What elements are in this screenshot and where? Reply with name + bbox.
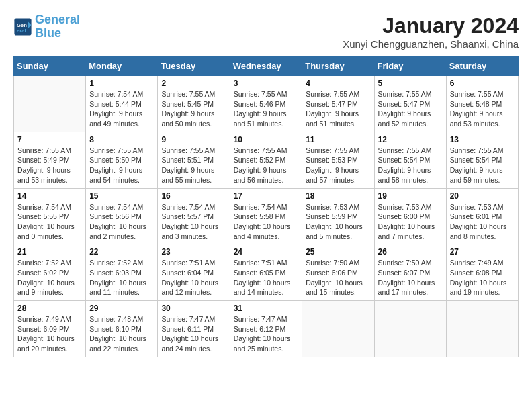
day-number: 17 xyxy=(234,191,299,201)
day-number: 10 xyxy=(234,135,299,144)
day-number: 23 xyxy=(161,247,226,257)
day-info: Sunrise: 7:55 AMSunset: 5:45 PMDaylight:… xyxy=(161,89,226,129)
day-number: 13 xyxy=(450,135,515,144)
day-number: 2 xyxy=(161,79,226,88)
calendar-cell: 13Sunrise: 7:55 AMSunset: 5:54 PMDayligh… xyxy=(446,132,518,188)
title-block: January 2024 Xunyi Chengguanzhen, Shaanx… xyxy=(343,13,519,50)
day-number: 22 xyxy=(89,247,154,257)
day-info: Sunrise: 7:55 AMSunset: 5:48 PMDaylight:… xyxy=(450,89,515,129)
calendar-week-row: 28Sunrise: 7:49 AMSunset: 6:09 PMDayligh… xyxy=(14,301,519,357)
day-info: Sunrise: 7:51 AMSunset: 6:05 PMDaylight:… xyxy=(234,258,299,298)
subtitle: Xunyi Chengguanzhen, Shaanxi, China xyxy=(343,38,519,50)
logo-text: General Blue xyxy=(35,13,80,40)
calendar-cell xyxy=(446,301,518,357)
day-info: Sunrise: 7:53 AMSunset: 6:01 PMDaylight:… xyxy=(450,202,515,242)
weekday-header: Friday xyxy=(374,57,446,76)
page-header: Gen eral General Blue January 2024 Xunyi… xyxy=(13,13,519,50)
day-number: 5 xyxy=(378,79,443,88)
calendar-cell: 5Sunrise: 7:55 AMSunset: 5:47 PMDaylight… xyxy=(374,76,446,132)
day-info: Sunrise: 7:53 AMSunset: 6:00 PMDaylight:… xyxy=(378,202,443,242)
day-number: 8 xyxy=(89,135,154,144)
calendar-cell: 26Sunrise: 7:50 AMSunset: 6:07 PMDayligh… xyxy=(374,244,446,301)
logo-line1: General xyxy=(35,13,80,26)
calendar-cell: 23Sunrise: 7:51 AMSunset: 6:04 PMDayligh… xyxy=(158,244,230,301)
day-number: 20 xyxy=(450,191,515,201)
calendar-cell: 24Sunrise: 7:51 AMSunset: 6:05 PMDayligh… xyxy=(230,244,302,301)
calendar-cell: 12Sunrise: 7:55 AMSunset: 5:54 PMDayligh… xyxy=(374,132,446,188)
day-info: Sunrise: 7:54 AMSunset: 5:55 PMDaylight:… xyxy=(17,202,82,242)
day-number: 3 xyxy=(234,79,299,88)
calendar-cell: 11Sunrise: 7:55 AMSunset: 5:53 PMDayligh… xyxy=(302,132,374,188)
day-info: Sunrise: 7:55 AMSunset: 5:51 PMDaylight:… xyxy=(161,146,226,185)
calendar-cell: 6Sunrise: 7:55 AMSunset: 5:48 PMDaylight… xyxy=(446,76,518,132)
calendar-cell: 20Sunrise: 7:53 AMSunset: 6:01 PMDayligh… xyxy=(446,188,518,244)
calendar-cell: 30Sunrise: 7:47 AMSunset: 6:11 PMDayligh… xyxy=(158,301,230,357)
day-number: 28 xyxy=(17,304,82,313)
day-info: Sunrise: 7:55 AMSunset: 5:50 PMDaylight:… xyxy=(89,146,154,185)
day-info: Sunrise: 7:49 AMSunset: 6:09 PMDaylight:… xyxy=(17,314,82,354)
calendar-cell: 7Sunrise: 7:55 AMSunset: 5:49 PMDaylight… xyxy=(14,132,86,188)
weekday-header: Wednesday xyxy=(230,57,302,76)
day-info: Sunrise: 7:47 AMSunset: 6:12 PMDaylight:… xyxy=(234,314,299,354)
logo: Gen eral General Blue xyxy=(13,13,80,40)
day-info: Sunrise: 7:55 AMSunset: 5:47 PMDaylight:… xyxy=(306,89,370,129)
weekday-header: Sunday xyxy=(14,57,86,76)
day-number: 14 xyxy=(17,191,82,201)
calendar-cell: 29Sunrise: 7:48 AMSunset: 6:10 PMDayligh… xyxy=(86,301,158,357)
calendar-week-row: 7Sunrise: 7:55 AMSunset: 5:49 PMDaylight… xyxy=(14,132,519,188)
day-number: 19 xyxy=(378,191,443,201)
day-number: 12 xyxy=(378,135,443,144)
svg-text:Gen: Gen xyxy=(17,22,27,28)
day-info: Sunrise: 7:55 AMSunset: 5:47 PMDaylight:… xyxy=(378,89,443,129)
calendar-cell: 3Sunrise: 7:55 AMSunset: 5:46 PMDaylight… xyxy=(230,76,302,132)
calendar-cell: 25Sunrise: 7:50 AMSunset: 6:06 PMDayligh… xyxy=(302,244,374,301)
day-number: 29 xyxy=(89,304,154,313)
calendar-cell: 16Sunrise: 7:54 AMSunset: 5:57 PMDayligh… xyxy=(158,188,230,244)
day-info: Sunrise: 7:49 AMSunset: 6:08 PMDaylight:… xyxy=(450,258,515,298)
day-info: Sunrise: 7:55 AMSunset: 5:53 PMDaylight:… xyxy=(306,146,370,185)
day-info: Sunrise: 7:48 AMSunset: 6:10 PMDaylight:… xyxy=(89,314,154,354)
calendar-cell: 8Sunrise: 7:55 AMSunset: 5:50 PMDaylight… xyxy=(86,132,158,188)
calendar-cell: 17Sunrise: 7:54 AMSunset: 5:58 PMDayligh… xyxy=(230,188,302,244)
day-info: Sunrise: 7:54 AMSunset: 5:58 PMDaylight:… xyxy=(234,202,299,242)
calendar-week-row: 1Sunrise: 7:54 AMSunset: 5:44 PMDaylight… xyxy=(14,76,519,132)
calendar-week-row: 21Sunrise: 7:52 AMSunset: 6:02 PMDayligh… xyxy=(14,244,519,301)
day-number: 15 xyxy=(89,191,154,201)
day-info: Sunrise: 7:47 AMSunset: 6:11 PMDaylight:… xyxy=(161,314,226,354)
day-info: Sunrise: 7:51 AMSunset: 6:04 PMDaylight:… xyxy=(161,258,226,298)
day-info: Sunrise: 7:55 AMSunset: 5:54 PMDaylight:… xyxy=(450,146,515,185)
calendar-header-row: SundayMondayTuesdayWednesdayThursdayFrid… xyxy=(14,57,519,76)
day-number: 26 xyxy=(378,247,443,257)
day-info: Sunrise: 7:52 AMSunset: 6:02 PMDaylight:… xyxy=(17,258,82,298)
calendar-cell: 14Sunrise: 7:54 AMSunset: 5:55 PMDayligh… xyxy=(14,188,86,244)
day-info: Sunrise: 7:55 AMSunset: 5:52 PMDaylight:… xyxy=(234,146,299,185)
day-number: 4 xyxy=(306,79,370,88)
day-number: 31 xyxy=(234,304,299,313)
day-info: Sunrise: 7:55 AMSunset: 5:49 PMDaylight:… xyxy=(17,146,82,185)
day-number: 9 xyxy=(161,135,226,144)
day-number: 6 xyxy=(450,79,515,88)
calendar-cell: 18Sunrise: 7:53 AMSunset: 5:59 PMDayligh… xyxy=(302,188,374,244)
calendar-cell: 2Sunrise: 7:55 AMSunset: 5:45 PMDaylight… xyxy=(158,76,230,132)
calendar-cell: 27Sunrise: 7:49 AMSunset: 6:08 PMDayligh… xyxy=(446,244,518,301)
day-number: 11 xyxy=(306,135,370,144)
calendar-cell: 22Sunrise: 7:52 AMSunset: 6:03 PMDayligh… xyxy=(86,244,158,301)
day-info: Sunrise: 7:55 AMSunset: 5:54 PMDaylight:… xyxy=(378,146,443,185)
calendar-cell xyxy=(374,301,446,357)
calendar-cell xyxy=(14,76,86,132)
day-info: Sunrise: 7:50 AMSunset: 6:06 PMDaylight:… xyxy=(306,258,370,298)
calendar-cell: 1Sunrise: 7:54 AMSunset: 5:44 PMDaylight… xyxy=(86,76,158,132)
calendar-week-row: 14Sunrise: 7:54 AMSunset: 5:55 PMDayligh… xyxy=(14,188,519,244)
calendar-cell: 21Sunrise: 7:52 AMSunset: 6:02 PMDayligh… xyxy=(14,244,86,301)
calendar-cell: 28Sunrise: 7:49 AMSunset: 6:09 PMDayligh… xyxy=(14,301,86,357)
day-info: Sunrise: 7:53 AMSunset: 5:59 PMDaylight:… xyxy=(306,202,370,242)
logo-line2: Blue xyxy=(35,26,61,40)
calendar-cell: 10Sunrise: 7:55 AMSunset: 5:52 PMDayligh… xyxy=(230,132,302,188)
calendar-cell xyxy=(302,301,374,357)
calendar-cell: 4Sunrise: 7:55 AMSunset: 5:47 PMDaylight… xyxy=(302,76,374,132)
day-number: 16 xyxy=(161,191,226,201)
day-number: 7 xyxy=(17,135,82,144)
weekday-header: Saturday xyxy=(446,57,518,76)
weekday-header: Thursday xyxy=(302,57,374,76)
calendar-cell: 9Sunrise: 7:55 AMSunset: 5:51 PMDaylight… xyxy=(158,132,230,188)
